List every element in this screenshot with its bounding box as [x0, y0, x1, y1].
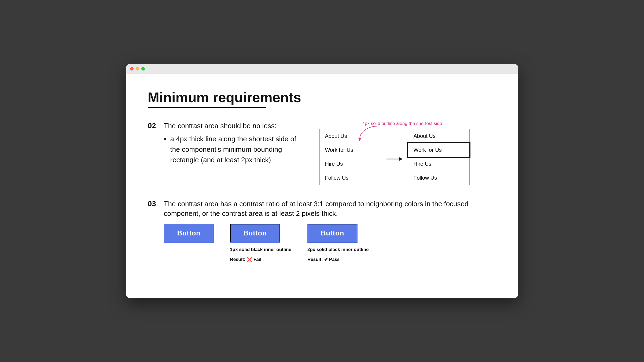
section-intro-02: The contrast area should be no less:	[164, 121, 303, 131]
section-number-03: 03	[148, 200, 164, 208]
result-prefix-pass: Result:	[307, 257, 323, 262]
titlebar	[126, 64, 518, 74]
button-thick-outline[interactable]: Button	[307, 224, 358, 243]
window: Minimum requirements 02 The contrast are…	[126, 64, 518, 298]
nav-item-about-right[interactable]: About Us	[408, 129, 469, 143]
page-title: Minimum requirements	[148, 90, 496, 105]
result-text-fail: Fail	[253, 257, 261, 262]
section-body-03: The contrast area has a contrast ratio o…	[164, 199, 496, 219]
section-row-03: 03 The contrast area has a contrast rati…	[148, 199, 496, 219]
nav-item-hire-left[interactable]: Hire Us	[320, 157, 381, 171]
buttons-row: Button Button 1px solid black inner outl…	[164, 224, 496, 263]
button-thin-outline[interactable]: Button	[230, 224, 280, 243]
section-number-02: 02	[148, 121, 164, 130]
result-fail: Result: ❌ Fail	[230, 257, 261, 263]
outline-label-thick: 2px solid black inner outline	[307, 247, 369, 252]
annotation-area: 4px solid outline along the shortest sid…	[362, 121, 496, 126]
section-text-02: The contrast area should be no less: a 4…	[164, 121, 303, 165]
nav-item-work-left[interactable]: Work for Us	[320, 143, 381, 157]
nav-item-work-right-focused[interactable]: Work for Us	[408, 143, 469, 157]
arrow-between	[381, 156, 408, 162]
nav-item-follow-left[interactable]: Follow Us	[320, 171, 381, 185]
button-demo-thin: Button 1px solid black inner outline Res…	[230, 224, 291, 263]
lists-wrapper: About Us Work for Us Hire Us Follow Us	[319, 129, 496, 185]
section-02: 02 The contrast area should be no less: …	[148, 121, 496, 185]
close-button[interactable]	[130, 67, 134, 71]
maximize-button[interactable]	[141, 67, 145, 71]
fail-icon: ❌	[246, 257, 252, 263]
sec02-text: 02 The contrast area should be no less: …	[148, 121, 303, 165]
bullet-list-02: a 4px thick line along the shortest side…	[170, 134, 303, 165]
section-text-03: The contrast area has a contrast ratio o…	[164, 199, 496, 219]
section-03: 03 The contrast area has a contrast rati…	[148, 199, 496, 263]
main-content: Minimum requirements 02 The contrast are…	[126, 74, 518, 298]
nav-item-hire-right[interactable]: Hire Us	[408, 157, 469, 171]
sec02-visual: 4px solid outline along the shortest sid…	[319, 121, 496, 185]
result-pass: Result: ✔ Pass	[307, 257, 340, 263]
button-demo-thick: Button 2px solid black inner outline Res…	[307, 224, 369, 263]
section-row-02: 02 The contrast area should be no less: …	[148, 121, 303, 165]
pass-icon: ✔	[324, 257, 328, 263]
svg-marker-2	[399, 157, 403, 161]
button-plain[interactable]: Button	[164, 224, 214, 243]
minimize-button[interactable]	[136, 67, 139, 71]
button-demo-plain: Button	[164, 224, 214, 243]
nav-item-follow-right[interactable]: Follow Us	[408, 171, 469, 185]
bullet-item-02: a 4px thick line along the shortest side…	[170, 134, 303, 165]
result-text-pass: Pass	[329, 257, 340, 262]
result-prefix-fail: Result:	[230, 257, 245, 262]
title-underline	[148, 107, 266, 108]
svg-marker-0	[358, 138, 361, 141]
outline-label-thin: 1px solid black inner outline	[230, 247, 291, 252]
curved-arrow-icon	[357, 125, 384, 143]
nav-list-focused: About Us Work for Us Hire Us Follow Us	[408, 129, 470, 185]
arrow-right-icon	[387, 156, 403, 162]
